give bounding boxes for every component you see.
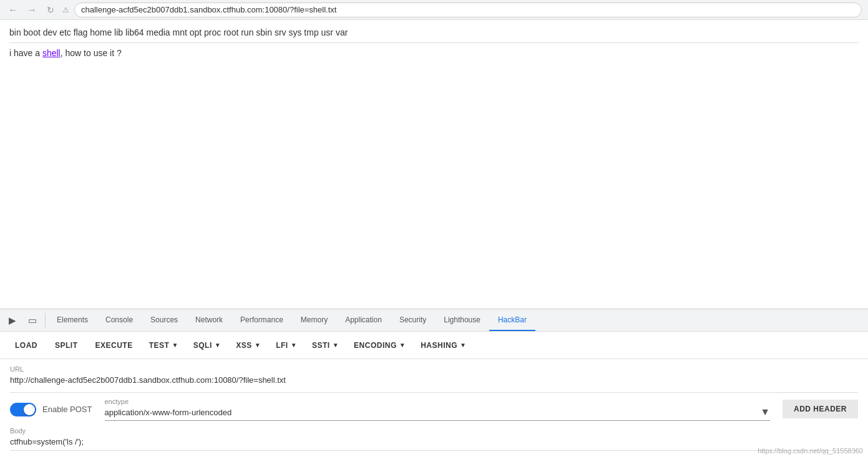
security-icon: ⚠ <box>62 6 69 14</box>
body-section: Body ctfhub=system('ls /'); <box>10 427 858 451</box>
message-after: , how to use it ? <box>61 48 122 58</box>
watermark: https://blog.csdn.net/qq_51558360 <box>758 447 863 455</box>
url-value: http://challenge-acfd5ec2b007ddb1.sandbo… <box>10 375 858 385</box>
enctype-section: enctype application/x-www-form-urlencode… <box>105 398 770 421</box>
xss-dropdown-arrow: ▼ <box>255 342 261 349</box>
filesystem-listing: bin boot dev etc flag home lib lib64 med… <box>9 27 859 37</box>
xss-dropdown[interactable]: XSS ▼ <box>230 337 267 354</box>
tab-elements[interactable]: Elements <box>48 309 97 331</box>
url-label: URL <box>10 365 858 373</box>
encoding-dropdown[interactable]: ENCODING ▼ <box>348 337 412 354</box>
tab-divider <box>45 313 46 327</box>
test-dropdown-arrow: ▼ <box>172 342 178 349</box>
execute-button[interactable]: EXECUTE <box>88 337 140 354</box>
sqli-dropdown-arrow: ▼ <box>215 342 221 349</box>
back-button[interactable]: ← <box>6 3 20 17</box>
tab-sources[interactable]: Sources <box>142 309 187 331</box>
lfi-dropdown-arrow: ▼ <box>291 342 297 349</box>
load-button[interactable]: LOAD <box>7 337 45 354</box>
enctype-select[interactable]: application/x-www-form-urlencoded <box>105 408 761 417</box>
encoding-dropdown-arrow: ▼ <box>399 342 406 349</box>
tab-application[interactable]: Application <box>336 309 391 331</box>
test-dropdown[interactable]: TEST ▼ <box>143 337 185 354</box>
tab-memory[interactable]: Memory <box>292 309 336 331</box>
enable-post-toggle[interactable] <box>10 403 36 416</box>
body-value: ctfhub=system('ls /'); <box>10 437 858 451</box>
tab-performance[interactable]: Performance <box>232 309 292 331</box>
hashing-dropdown[interactable]: HASHING ▼ <box>414 337 472 354</box>
hashing-dropdown-arrow: ▼ <box>460 342 466 349</box>
url-section: URL http://challenge-acfd5ec2b007ddb1.sa… <box>10 365 858 385</box>
device-toggle-button[interactable]: ▭ <box>22 309 42 331</box>
lfi-dropdown[interactable]: LFI ▼ <box>270 337 303 354</box>
inspect-element-button[interactable]: ▶ <box>2 309 22 331</box>
enctype-label: enctype <box>105 398 770 405</box>
shell-link[interactable]: shell <box>42 48 61 58</box>
url-divider <box>10 392 858 393</box>
devtools-tabbar: ▶ ▭ Elements Console Sources Network Per… <box>0 309 868 332</box>
message-before: i have a <box>9 48 42 58</box>
forward-button[interactable]: → <box>25 3 39 17</box>
page-content-area: bin boot dev etc flag home lib lib64 med… <box>0 20 868 201</box>
add-header-button[interactable]: ADD HEADER <box>783 400 858 418</box>
enctype-arrow-icon: ▼ <box>760 406 770 418</box>
tab-network[interactable]: Network <box>187 309 232 331</box>
devtools-panel: ▶ ▭ Elements Console Sources Network Per… <box>0 309 868 457</box>
split-button[interactable]: SPLIT <box>47 337 85 354</box>
page-message: i have a shell, how to use it ? <box>9 48 859 58</box>
tab-security[interactable]: Security <box>391 309 435 331</box>
reload-button[interactable]: ↻ <box>44 3 57 17</box>
post-row: Enable POST enctype application/x-www-fo… <box>10 398 858 421</box>
enctype-select-row: application/x-www-form-urlencoded ▼ <box>105 406 770 421</box>
enable-post-label: Enable POST <box>42 405 92 414</box>
tab-hackbar[interactable]: HackBar <box>489 309 535 331</box>
body-label: Body <box>10 427 858 435</box>
browser-bar: ← → ↻ ⚠ <box>0 0 868 20</box>
ssti-dropdown[interactable]: SSTI ▼ <box>306 337 345 354</box>
tab-console[interactable]: Console <box>97 309 142 331</box>
hackbar-content: URL http://challenge-acfd5ec2b007ddb1.sa… <box>0 359 868 457</box>
sqli-dropdown[interactable]: SQLI ▼ <box>187 337 227 354</box>
address-bar[interactable] <box>74 2 862 17</box>
ssti-dropdown-arrow: ▼ <box>333 342 339 349</box>
tab-lighthouse[interactable]: Lighthouse <box>435 309 489 331</box>
hackbar-toolbar: LOAD SPLIT EXECUTE TEST ▼ SQLI ▼ XSS ▼ L… <box>0 332 868 359</box>
